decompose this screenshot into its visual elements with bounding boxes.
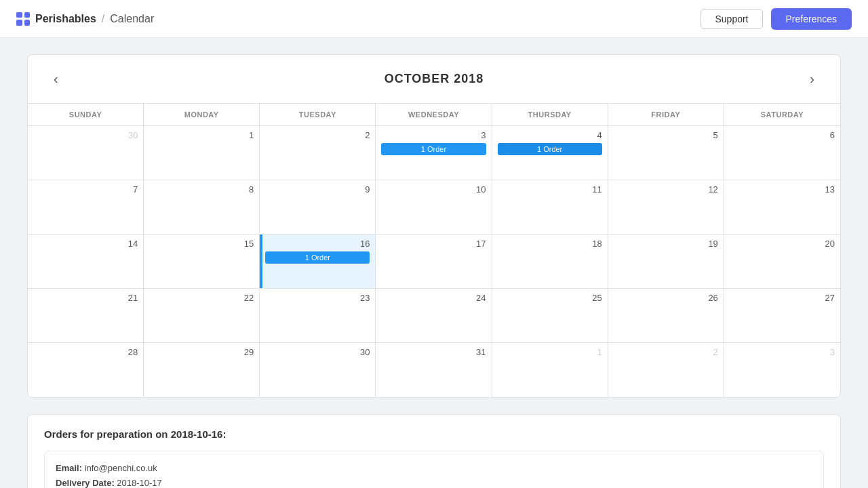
cell-date-number: 9 bbox=[265, 184, 370, 195]
calendar-grid: 301231 Order41 Order56789101112131415161… bbox=[28, 126, 840, 397]
calendar-cell-5: 5 bbox=[608, 126, 724, 180]
order-delivery: Delivery Date: 2018-10-17 bbox=[56, 476, 812, 488]
order-badge[interactable]: 1 Order bbox=[498, 143, 602, 155]
calendar-days-header: SUNDAY MONDAY TUESDAY WEDNESDAY THURSDAY… bbox=[28, 104, 840, 126]
email-value: info@penchi.co.uk bbox=[85, 463, 157, 473]
orders-section: Orders for preparation on 2018-10-16: Em… bbox=[27, 414, 841, 488]
cell-date-number: 27 bbox=[730, 293, 835, 303]
cell-date-number: 2 bbox=[265, 130, 370, 140]
cell-date-number: 16 bbox=[265, 239, 370, 249]
next-month-button[interactable]: › bbox=[804, 68, 820, 89]
calendar-cell-1-other: 1 bbox=[492, 343, 608, 397]
cell-date-number: 1 bbox=[149, 130, 254, 140]
calendar-cell-9: 9 bbox=[260, 180, 376, 235]
calendar-cell-28: 28 bbox=[28, 343, 144, 397]
calendar-cell-10: 10 bbox=[376, 180, 492, 235]
calendar-cell-11: 11 bbox=[492, 180, 608, 235]
cell-date-number: 29 bbox=[149, 347, 254, 357]
calendar-cell-18: 18 bbox=[492, 235, 608, 289]
calendar-cell-24: 24 bbox=[376, 289, 492, 343]
cell-date-number: 24 bbox=[381, 293, 486, 303]
delivery-label: Delivery Date: bbox=[56, 478, 117, 488]
calendar-cell-27: 27 bbox=[724, 289, 840, 343]
prev-month-button[interactable]: ‹ bbox=[48, 68, 64, 89]
calendar-cell-12: 12 bbox=[608, 180, 724, 235]
cell-date-number: 17 bbox=[381, 239, 486, 249]
calendar-title: OCTOBER 2018 bbox=[384, 72, 484, 86]
order-badge[interactable]: 1 Order bbox=[265, 251, 370, 264]
calendar-cell-15: 15 bbox=[144, 235, 260, 289]
cell-date-number: 5 bbox=[614, 130, 718, 140]
cell-date-number: 20 bbox=[730, 239, 835, 249]
cell-date-number: 4 bbox=[498, 130, 602, 140]
cell-date-number: 31 bbox=[381, 347, 486, 357]
calendar-cell-6: 6 bbox=[724, 126, 840, 180]
calendar-cell-22: 22 bbox=[144, 289, 260, 343]
cell-date-number: 6 bbox=[730, 130, 835, 140]
cell-date-number: 23 bbox=[265, 293, 370, 303]
cell-date-number: 28 bbox=[33, 347, 138, 357]
calendar-cell-13: 13 bbox=[724, 180, 840, 235]
day-header-mon: MONDAY bbox=[144, 104, 260, 125]
cell-date-number: 18 bbox=[498, 239, 602, 249]
calendar-cell-19: 19 bbox=[608, 235, 724, 289]
calendar-cell-17: 17 bbox=[376, 235, 492, 289]
cell-date-number: 11 bbox=[498, 184, 602, 195]
cell-date-number: 2 bbox=[614, 347, 718, 357]
calendar-cell-26: 26 bbox=[608, 289, 724, 343]
calendar-cell-31: 31 bbox=[376, 343, 492, 397]
calendar-cell-21: 21 bbox=[28, 289, 144, 343]
calendar-cell-30: 30 bbox=[260, 343, 376, 397]
calendar-cell-14: 14 bbox=[28, 235, 144, 289]
cell-date-number: 30 bbox=[33, 130, 138, 140]
breadcrumb: Perishables / Calendar bbox=[35, 13, 154, 25]
day-header-wed: WEDNESDAY bbox=[376, 104, 492, 125]
cell-date-number: 8 bbox=[149, 184, 254, 195]
cell-date-number: 3 bbox=[381, 130, 486, 140]
cell-date-number: 14 bbox=[33, 239, 138, 249]
app-icon bbox=[16, 12, 30, 26]
cell-date-number: 3 bbox=[730, 347, 835, 357]
day-header-sun: SUNDAY bbox=[28, 104, 144, 125]
calendar-cell-1: 1 bbox=[144, 126, 260, 180]
email-label: Email: bbox=[56, 463, 85, 473]
calendar-cell-7: 7 bbox=[28, 180, 144, 235]
main-content: ‹ OCTOBER 2018 › SUNDAY MONDAY TUESDAY W… bbox=[0, 38, 868, 488]
header-left: Perishables / Calendar bbox=[16, 12, 154, 26]
app-name: Perishables bbox=[35, 13, 96, 25]
cell-date-number: 12 bbox=[614, 184, 718, 195]
breadcrumb-separator: / bbox=[102, 13, 104, 25]
day-header-sat: SATURDAY bbox=[724, 104, 840, 125]
cell-date-number: 13 bbox=[730, 184, 835, 195]
calendar-cell-29: 29 bbox=[144, 343, 260, 397]
delivery-value: 2018-10-17 bbox=[117, 478, 162, 488]
cell-date-number: 25 bbox=[498, 293, 602, 303]
preferences-button[interactable]: Preferences bbox=[771, 8, 852, 30]
calendar-cell-25: 25 bbox=[492, 289, 608, 343]
cell-date-number: 15 bbox=[149, 239, 254, 249]
calendar-cell-23: 23 bbox=[260, 289, 376, 343]
calendar-header: ‹ OCTOBER 2018 › bbox=[28, 55, 840, 104]
day-header-thu: THURSDAY bbox=[492, 104, 608, 125]
selected-day-indicator bbox=[260, 235, 262, 288]
support-button[interactable]: Support bbox=[701, 9, 762, 29]
day-header-fri: FRIDAY bbox=[608, 104, 724, 125]
header: Perishables / Calendar Support Preferenc… bbox=[0, 0, 868, 38]
calendar: ‹ OCTOBER 2018 › SUNDAY MONDAY TUESDAY W… bbox=[27, 54, 841, 398]
cell-date-number: 30 bbox=[265, 347, 370, 357]
cell-date-number: 1 bbox=[498, 347, 602, 357]
cell-date-number: 21 bbox=[33, 293, 138, 303]
order-badge[interactable]: 1 Order bbox=[381, 143, 486, 155]
calendar-cell-8: 8 bbox=[144, 180, 260, 235]
order-card: Email: info@penchi.co.uk Delivery Date: … bbox=[44, 451, 824, 488]
cell-date-number: 19 bbox=[614, 239, 718, 249]
calendar-cell-16[interactable]: 161 Order bbox=[260, 235, 376, 289]
calendar-cell-30-other: 30 bbox=[28, 126, 144, 180]
cell-date-number: 7 bbox=[33, 184, 138, 195]
cell-date-number: 22 bbox=[149, 293, 254, 303]
page-title: Calendar bbox=[110, 13, 154, 25]
orders-title: Orders for preparation on 2018-10-16: bbox=[44, 428, 824, 440]
calendar-cell-3[interactable]: 31 Order bbox=[376, 126, 492, 180]
cell-date-number: 26 bbox=[614, 293, 718, 303]
calendar-cell-4[interactable]: 41 Order bbox=[492, 126, 608, 180]
